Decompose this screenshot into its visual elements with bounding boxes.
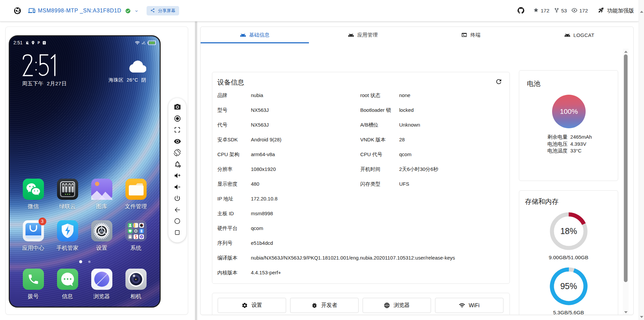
chevron-down-icon[interactable] [134, 9, 139, 15]
scroll-up-arrow-icon[interactable] [640, 11, 643, 13]
app-label: 浏览器 [86, 293, 117, 300]
notification-settings-button[interactable] [173, 161, 181, 169]
github-icon[interactable] [518, 7, 524, 15]
share-screen-button[interactable]: 分享屏幕 [147, 6, 179, 15]
clock-time [22, 54, 59, 77]
info-value: qcom [399, 151, 412, 157]
info-value: arm64-v8a [251, 151, 275, 157]
appcenter-app-icon: 3 [23, 220, 44, 241]
info-value: Unknown [399, 122, 420, 128]
battery-card: 电池 100% 剩余电量 2465mAh 电池电压 4.393V 电池温度 33… [519, 70, 618, 181]
android-icon [564, 32, 571, 38]
home-button[interactable] [173, 218, 181, 226]
info-value: 4.4.153-perf+ [251, 270, 281, 275]
volume-down-icon [174, 183, 181, 192]
storage-label: 9.00GB/51.00GB [519, 255, 618, 261]
info-value: UFS [399, 181, 409, 187]
app-browser[interactable]: 浏览器 [86, 269, 117, 300]
app-files[interactable]: 文件管理 [120, 179, 151, 210]
action-wifi-button[interactable]: WiFi [435, 298, 503, 313]
fullscreen-button[interactable] [173, 126, 181, 134]
devices-icon [28, 7, 35, 15]
battery-detail-row: 电池电压 4.393V [547, 141, 592, 148]
battery-details: 剩余电量 2465mAh 电池电压 4.393V 电池温度 33°C [547, 134, 592, 154]
scroll-down-arrow-icon[interactable] [640, 316, 643, 318]
refresh-button[interactable] [495, 78, 503, 86]
info-value: Android 9(28) [251, 137, 281, 142]
info-row: 内核版本 4.4.153-perf+ [212, 270, 509, 278]
ugreen-app-icon [57, 179, 78, 200]
app-ugreen[interactable]: 绿联云 [52, 179, 83, 210]
content-scrollbar[interactable] [623, 49, 629, 315]
volume-down-button[interactable] [173, 183, 181, 191]
github-forks: 53 [554, 0, 567, 21]
info-label: 安卓SDK [217, 137, 238, 143]
info-label: 开机时间 [360, 166, 380, 173]
info-label: root 状态 [360, 92, 380, 99]
phone-screen[interactable]: 2:51 P 周五下午 2月27日 海珠区 26°C 阴 微信 [9, 35, 161, 308]
storage-percent: 18% [548, 210, 590, 252]
tab-0[interactable]: 基础信息 [201, 27, 309, 43]
app-label: 设置 [86, 244, 117, 252]
eye-icon [174, 138, 181, 146]
info-value: none [399, 92, 410, 98]
wifi-icon [135, 40, 140, 45]
eye-icon [572, 7, 577, 14]
device-info-card: 设备信息 品牌 nubia root 状态 none 型号 NX563J Boo… [212, 72, 510, 284]
action-bug-button[interactable]: 开发者 [290, 298, 359, 313]
power-icon [174, 195, 181, 203]
screenshot-button[interactable] [173, 103, 181, 111]
view-button[interactable] [173, 138, 181, 146]
android-icon [348, 32, 354, 38]
info-value: e51b4dcd [251, 240, 273, 246]
screen-record-button[interactable] [173, 115, 181, 123]
app-system[interactable]: 系统 [120, 220, 151, 252]
info-value: 2天6小时30分6秒 [399, 166, 438, 173]
device-title-link[interactable]: MSM8998-MTP _SN:A31F8D1D [38, 0, 121, 21]
power-button[interactable] [173, 195, 181, 203]
app-messages[interactable]: 信息 [52, 269, 83, 300]
app-wechat[interactable]: 微信 [18, 179, 49, 210]
volume-up-button[interactable] [173, 172, 181, 180]
content-scroll-thumb[interactable] [624, 54, 628, 282]
app-manager[interactable]: 手机管家 [52, 220, 83, 252]
content-scroll-up-icon[interactable] [624, 51, 628, 53]
app-appcenter[interactable]: 3 应用中心 [18, 220, 49, 252]
content-scroll-down-icon[interactable] [624, 311, 628, 313]
info-row: 硬件平台 qcom [212, 225, 509, 233]
tab-3[interactable]: LOGCAT [525, 27, 634, 43]
signal-x-icon [141, 41, 146, 45]
app-dialer[interactable]: 拨号 [18, 269, 49, 300]
pane-splitter[interactable] [195, 21, 197, 320]
battery-icon [148, 41, 156, 45]
app-label: 绿联云 [52, 203, 83, 210]
info-row: 分辨率 1080x1920 开机时间 2天6小时30分6秒 [212, 166, 509, 174]
info-label: 主板 ID [217, 211, 234, 217]
globe-icon [384, 302, 390, 309]
cloud-icon [129, 68, 146, 74]
phone-status-bar: 2:51 P [10, 39, 160, 46]
app-camera[interactable]: 相机 [120, 269, 151, 300]
info-label: CPU 架构 [217, 151, 239, 158]
back-button[interactable] [173, 206, 181, 214]
action-globe-button[interactable]: 浏览器 [363, 298, 431, 313]
info-value: 28 [399, 137, 405, 142]
status-left-icons: P [25, 41, 46, 45]
info-label: 显示密度 [217, 181, 237, 187]
info-label: CPU 代号 [360, 151, 382, 158]
action-gear-button[interactable]: 设置 [218, 298, 286, 313]
app-gallery[interactable]: 图库 [86, 179, 117, 210]
tab-1[interactable]: 应用管理 [309, 27, 417, 43]
rotate-screen-button[interactable] [173, 149, 181, 157]
app-settings[interactable]: 设置 [86, 220, 117, 252]
info-row: 型号 NX563J Bootloader 锁 locked [212, 107, 509, 115]
recents-button[interactable] [173, 229, 181, 237]
battery-title: 电池 [527, 79, 540, 88]
page-scrollbar[interactable] [639, 0, 644, 320]
enhanced-version-link[interactable]: 功能加强版 [598, 0, 634, 21]
info-value: NX563J [251, 122, 269, 128]
page-dot-active [79, 260, 82, 263]
manager-app-icon [57, 220, 78, 241]
tab-2[interactable]: 终端 [417, 27, 525, 43]
page-dot [88, 261, 91, 263]
